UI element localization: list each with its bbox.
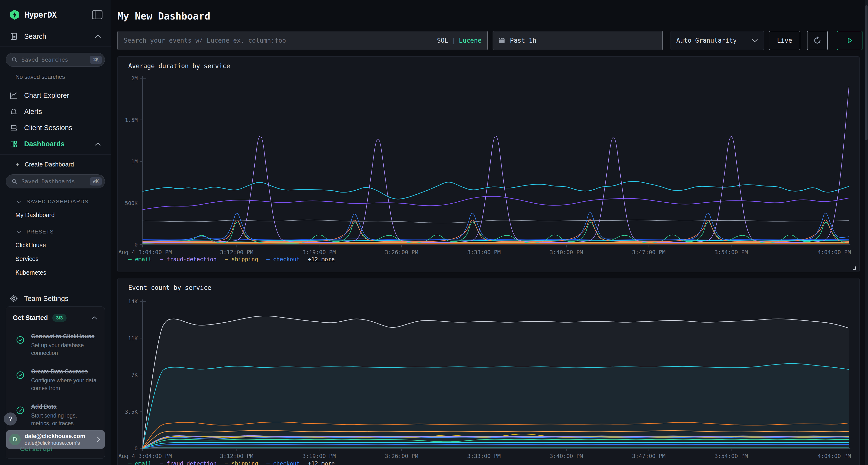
sql-mode-toggle[interactable]: SQL [437, 37, 448, 44]
sidebar-item-label: Alerts [24, 108, 42, 115]
get-started-progress-badge: 3/3 [52, 314, 67, 322]
run-query-button[interactable] [837, 31, 863, 50]
chart-panel-event-count[interactable]: Event count by service 14K11K7K3.5K0Aug … [117, 278, 860, 465]
series-line-unlabeled-gray [143, 220, 849, 223]
saved-dashboards-input[interactable]: Saved Dashboards ⌘K [6, 174, 105, 189]
time-range-picker[interactable]: Past 1h [493, 31, 663, 50]
chevron-down-icon [16, 200, 22, 204]
chart-panel-avg-duration[interactable]: Average duration by service 2M1.5M1M500K… [117, 56, 860, 272]
app-title: HyperDX [25, 10, 56, 20]
dashboard-link-services[interactable]: Services [16, 255, 111, 262]
sidebar-item-search[interactable]: Search [0, 32, 111, 46]
get-started-item[interactable]: Connect to ClickHouseSet up your databas… [13, 332, 98, 357]
panel-resize-handle[interactable] [853, 266, 856, 270]
legend-item-checkout[interactable]: — checkout [267, 256, 300, 262]
shortcut-badge: ⌘K [90, 56, 102, 64]
chevron-up-icon[interactable] [94, 34, 101, 38]
event-search-placeholder: Search your events w/ Lucene ex. column:… [124, 37, 286, 44]
x-axis-tick-label: 3:40:00 PM [550, 249, 583, 255]
bell-icon [10, 108, 18, 116]
get-started-item[interactable]: Add DataStart sending logs, metrics, or … [13, 403, 98, 427]
x-axis-tick-label: 3:19:00 PM [302, 453, 336, 459]
saved-searches-placeholder: Saved Searches [22, 57, 68, 63]
legend-item-shipping[interactable]: — shipping [225, 460, 258, 465]
x-axis-tick-label: Aug 4 3:04:00 PM [118, 249, 172, 255]
sidebar-item-alerts[interactable]: Alerts [0, 104, 111, 120]
get-started-title: Get Started [13, 314, 48, 322]
page-title: My New Dashboard [117, 10, 863, 22]
x-axis-tick-label: 3:12:00 PM [220, 453, 253, 459]
y-axis-tick-label: 14K [128, 299, 138, 304]
legend-item-email[interactable]: — email [128, 256, 152, 262]
x-axis-tick-label: 3:33:00 PM [467, 249, 500, 255]
saved-dashboards-placeholder: Saved Dashboards [22, 178, 75, 185]
dashboard-link-kubernetes[interactable]: Kubernetes [16, 269, 111, 276]
get-started-item[interactable]: Create Data SourcesConfigure where your … [13, 368, 98, 392]
legend-item-checkout[interactable]: — checkout [267, 460, 300, 465]
sidebar-item-chart-explorer[interactable]: Chart Explorer [0, 88, 111, 104]
play-icon [846, 37, 853, 44]
live-label: Live [777, 37, 792, 44]
legend-item-fraud-detection[interactable]: — fraud-detection [160, 460, 217, 465]
laptop-icon [10, 124, 18, 132]
scrollbar-thumb[interactable] [865, 5, 868, 140]
team-settings-label: Team Settings [24, 295, 68, 303]
task-title: Create Data Sources [31, 368, 98, 375]
task-description: Start sending logs, metrics, or traces [31, 412, 98, 427]
y-axis-tick-label: 7K [131, 372, 138, 378]
legend-more-link[interactable]: +12 more [308, 256, 335, 262]
check-circle-icon [16, 336, 24, 344]
section-header-presets[interactable]: PRESETS [16, 229, 111, 235]
sidebar-item-label: Chart Explorer [24, 92, 69, 100]
section-header-saved-dashboards[interactable]: SAVED DASHBOARDS [16, 199, 111, 205]
sidebar-item-client-sessions[interactable]: Client Sessions [0, 120, 111, 136]
sidebar-nav: Chart ExplorerAlertsClient SessionsDashb… [0, 88, 111, 152]
dashboard-sections: SAVED DASHBOARDSMy DashboardPRESETSClick… [0, 199, 111, 276]
chart-legend: — email— fraud-detection— shipping— chec… [128, 460, 335, 465]
create-dashboard-button[interactable]: + Create Dashboard [16, 161, 111, 168]
x-axis-tick-label: 3:40:00 PM [550, 453, 583, 459]
sidebar-item-team-settings[interactable]: Team Settings [0, 294, 111, 303]
refresh-button[interactable] [807, 31, 828, 50]
sidebar-item-label: Search [24, 33, 46, 40]
sidebar-item-label: Client Sessions [24, 124, 72, 132]
chart-legend: — email— fraud-detection— shipping— chec… [128, 256, 335, 262]
x-axis-tick-label: 4:04:00 PM [817, 249, 851, 255]
x-axis-tick-label: 3:54:00 PM [714, 453, 748, 459]
event-search-input[interactable]: Search your events w/ Lucene ex. column:… [117, 31, 488, 50]
live-button[interactable]: Live [769, 31, 800, 50]
main-content: My New Dashboard Search your events w/ L… [111, 0, 868, 465]
legend-item-fraud-detection[interactable]: — fraud-detection [160, 256, 217, 262]
search-icon [11, 57, 18, 63]
y-axis-tick-label: 0 [134, 242, 138, 248]
user-org: dale@clickhouse.com's [25, 440, 85, 446]
sidebar-collapse-icon[interactable] [92, 10, 102, 19]
chevron-up-icon[interactable] [94, 142, 101, 146]
y-axis-tick-label: 1M [131, 159, 138, 165]
legend-more-link[interactable]: +12 more [308, 460, 335, 465]
dashboard-link-my-dashboard[interactable]: My Dashboard [16, 211, 111, 219]
sidebar-item-label: Dashboards [24, 140, 65, 148]
shortcut-badge: ⌘K [90, 177, 102, 186]
saved-searches-input[interactable]: Saved Searches ⌘K [6, 53, 105, 67]
dashboard-link-clickhouse[interactable]: ClickHouse [16, 242, 111, 248]
search-icon [11, 178, 18, 185]
legend-item-shipping[interactable]: — shipping [225, 256, 258, 262]
task-title: Add Data [31, 403, 98, 410]
sidebar: HyperDX Search Saved Searches ⌘K No save… [0, 0, 111, 465]
lucene-mode-toggle[interactable]: Lucene [459, 37, 482, 44]
chevron-up-icon[interactable] [91, 316, 98, 320]
chart-icon [10, 92, 18, 100]
granularity-select[interactable]: Auto Granularity [671, 31, 764, 50]
x-axis-tick-label: Aug 4 3:04:00 PM [118, 453, 172, 459]
help-button[interactable]: ? [4, 412, 17, 426]
legend-item-email[interactable]: — email [128, 460, 152, 465]
series-line-fraud-detection [143, 87, 849, 243]
chevron-right-icon [96, 436, 101, 443]
y-axis-tick-label: 2M [131, 75, 138, 81]
y-axis-tick-label: 1.5M [125, 117, 138, 123]
user-menu[interactable]: D dale@clickhouse.com dale@clickhouse.co… [6, 430, 105, 449]
hyperdx-logo-icon [9, 9, 20, 20]
scrollbar[interactable] [865, 0, 868, 465]
sidebar-item-dashboards[interactable]: Dashboards [0, 136, 111, 152]
